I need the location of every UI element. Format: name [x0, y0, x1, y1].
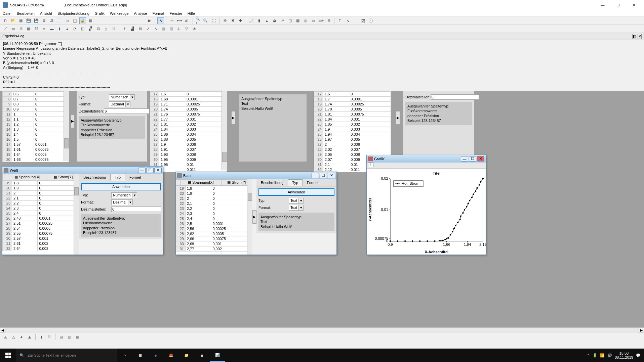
box-icon[interactable]: ▭	[10, 26, 16, 32]
tray-battery-icon[interactable]: 🔋	[593, 353, 597, 358]
expand-panel-icon-3[interactable]: ▶	[396, 111, 400, 125]
workspace-hscroll[interactable]: ◀ ▶	[0, 327, 644, 333]
subwin-min-icon[interactable]: ―	[312, 173, 319, 178]
data-reader-icon[interactable]: ⊹	[168, 17, 175, 24]
hbar-icon[interactable]: ▬	[48, 26, 55, 32]
boxes-icon[interactable]: ⊞	[17, 26, 24, 32]
tab-typ[interactable]: Typ	[110, 174, 125, 181]
3d-bars-icon[interactable]: ▮	[38, 333, 45, 340]
surface2-icon[interactable]: ▞	[87, 26, 94, 32]
arrange-icon[interactable]: ⊞	[325, 17, 332, 24]
subwin-max-icon[interactable]: ☐	[469, 156, 476, 162]
cube-icon[interactable]: ◫	[79, 26, 86, 32]
tab-formel[interactable]: Formel	[125, 174, 145, 181]
image-icon[interactable]: 🖼	[360, 17, 366, 24]
menu-grafik[interactable]: Grafik	[95, 11, 105, 15]
waterfall-icon[interactable]: ▽	[183, 26, 190, 32]
type-select[interactable]: Numerisch▾	[109, 94, 135, 100]
arrow-icon[interactable]: ↘	[344, 17, 351, 24]
export-pdf-icon[interactable]: 📄	[56, 17, 63, 24]
apply-button[interactable]: Anwenden	[81, 183, 161, 190]
select-range-icon[interactable]: ⟷	[176, 17, 183, 24]
subwin-grafik[interactable]: Grafik1 ― ☐ ✕ 1 TitelRot_Strom00,000750,…	[366, 155, 486, 255]
tab-beschreibung[interactable]: Beschreibung	[256, 179, 288, 186]
vector-plot-icon[interactable]: ↗	[279, 17, 286, 24]
3d-mesh-icon[interactable]: ◭	[26, 333, 33, 340]
boxplot-icon[interactable]: ⊟	[137, 26, 144, 32]
stacked-icon[interactable]: ▤	[160, 26, 167, 32]
tray-wifi-icon[interactable]: 📶	[600, 353, 605, 358]
3d-wire-icon[interactable]: ◬	[2, 333, 9, 340]
pie2-icon[interactable]: ◔	[72, 26, 78, 32]
remove-point-icon[interactable]: ✖	[229, 17, 236, 24]
tray-volume-icon[interactable]: 🔊	[607, 353, 612, 358]
subwin-close-icon[interactable]: ✕	[154, 168, 162, 173]
subwin-max-icon[interactable]: ☐	[320, 173, 327, 178]
taskview-icon[interactable]: ⊞	[132, 349, 148, 362]
line-icon[interactable]: ─	[352, 17, 359, 24]
close-button[interactable]: ✕	[626, 0, 641, 10]
scroll-right-icon[interactable]: ▶	[639, 328, 644, 333]
explorer-icon[interactable]: 📁	[179, 349, 194, 362]
subwin-min-icon[interactable]: ―	[138, 168, 146, 173]
decimals-input[interactable]	[104, 108, 152, 114]
contour-icon[interactable]: ◎	[302, 17, 309, 24]
calculator-icon[interactable]: 🖩	[194, 349, 210, 362]
subwin-max-icon[interactable]: ☐	[146, 168, 154, 173]
tray-time[interactable]: 15:50	[615, 351, 633, 355]
move-point-icon[interactable]: ✥	[222, 17, 228, 24]
maximize-button[interactable]: ☐	[610, 0, 626, 10]
menu-analyse[interactable]: Analyse	[134, 11, 147, 15]
table-bg1[interactable]: 70,6080,7090,80100,901110121,10131,20141…	[2, 91, 69, 162]
pointer-icon[interactable]: ⬉	[157, 17, 164, 24]
log-icon[interactable]: 📋	[72, 17, 78, 24]
expand-panel-icon[interactable]: ▶	[71, 115, 75, 128]
rescale-icon[interactable]: ⛶	[210, 17, 217, 24]
subwin-weiss[interactable]: Weiß ― ☐ ✕ ▦ Spannung[X]▦ Strom[Y] 191,8…	[2, 166, 163, 255]
layer-tab[interactable]: 1	[368, 163, 373, 167]
vec-xyxy-icon[interactable]: ⤡	[152, 26, 159, 32]
firefox-icon[interactable]: 🦊	[163, 349, 179, 362]
edge-icon[interactable]: e	[148, 349, 163, 362]
line-plot-icon[interactable]: 📈	[248, 17, 255, 24]
binocular-icon[interactable]: 👁	[191, 26, 198, 32]
screen-reader-icon[interactable]: AL	[184, 17, 191, 24]
table-weiss[interactable]: ▦ Spannung[X]▦ Strom[Y]	[2, 174, 79, 180]
menu-hilfe[interactable]: Hilfe	[188, 11, 195, 15]
scidavis-taskbar-icon[interactable]: 📊	[210, 349, 225, 362]
3d-hidden-icon[interactable]: △	[10, 333, 17, 340]
3d-plot-icon[interactable]: ◫	[287, 17, 293, 24]
bar-plot-icon[interactable]: ▮	[256, 17, 263, 24]
explorer-icon[interactable]: 🗂	[64, 17, 71, 24]
zoom-in-icon[interactable]: 🔍+	[195, 17, 202, 24]
tab-beschreibung[interactable]: Beschreibung	[79, 174, 110, 181]
subwin-close-icon[interactable]: ✕	[328, 173, 335, 178]
weiss-decimals-input[interactable]	[111, 207, 161, 212]
menu-bearbeiten[interactable]: Bearbeiten	[17, 11, 35, 15]
menu-werkzeuge[interactable]: Werkzeuge	[110, 11, 128, 15]
duplicate-icon[interactable]: ⧉	[41, 17, 47, 24]
format-select[interactable]: Dezimal▾	[109, 101, 130, 107]
table-bg2[interactable]: 171,60181,680,0001191,710,00025201,740,0…	[150, 91, 227, 172]
open-icon[interactable]: 📂	[10, 17, 16, 24]
scatter3d-icon[interactable]: ⠿	[110, 26, 117, 32]
floor2-icon[interactable]: ▥	[66, 333, 73, 340]
scroll-left-icon[interactable]: ◀	[0, 328, 5, 333]
taskbar-search[interactable]: 🔍 Zur Suche Text hier eingeben	[16, 349, 117, 362]
stat-icon[interactable]: Σ	[121, 26, 128, 32]
subwin-close-icon[interactable]: ✕	[477, 156, 484, 162]
3d-poly-icon[interactable]: ▲	[18, 333, 25, 340]
weiss-type-select[interactable]: Numerisch▾	[111, 192, 137, 198]
table-blau[interactable]: ▦ Spannung[X]▦ Strom[Y]	[176, 179, 252, 186]
floor-icon[interactable]: ▤	[58, 333, 65, 340]
vec-xy-icon[interactable]: ↗	[145, 26, 151, 32]
log-float-icon[interactable]: ◧	[632, 34, 636, 39]
tab-typ[interactable]: Typ	[288, 179, 303, 186]
cortana-icon[interactable]: ○	[117, 349, 132, 362]
surface-icon[interactable]: ▦	[294, 17, 301, 24]
log-close-icon[interactable]: ✕	[638, 34, 642, 39]
wireframe-icon[interactable]: ⊡	[95, 26, 102, 32]
blau-format-select[interactable]: Text▾	[289, 205, 304, 211]
menu-ansicht[interactable]: Ansicht	[40, 11, 52, 15]
zoom-out-icon[interactable]: 🔍-	[203, 17, 209, 24]
